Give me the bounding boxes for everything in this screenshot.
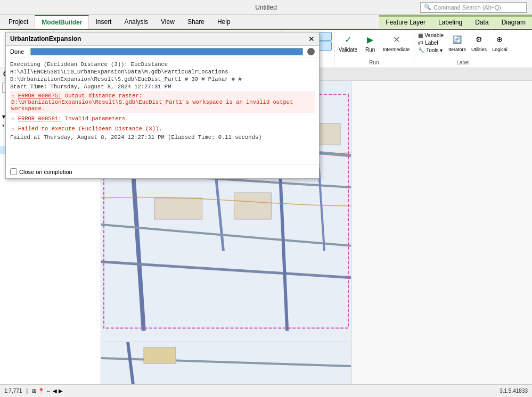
main-area: Contents 📌 ☰ ✕ 🔍 ▾ ≡ ⊞ ⊟ 🗺 ··· ▾ Drawing… [0, 68, 532, 384]
tab-insert[interactable]: Insert [89, 15, 118, 29]
log-line-4: ⚠ ERROR 000075: Output distance raster: … [101, 91, 315, 113]
location-icon: 📍 [38, 388, 44, 394]
log-line-6: ⚠ Failed to execute (Euclidean Distance … [101, 124, 315, 133]
ribbon-group-run: ✓ Validate ▶ Run ✕ Intermediate Run [334, 31, 414, 67]
tools-label: Tools ▾ [426, 47, 443, 53]
variable-button[interactable]: ▦ Variable [416, 32, 445, 39]
status-map-controls: ⊞ 📍 ↔ ◀ ▶ [32, 388, 63, 394]
tab-view[interactable]: View [154, 15, 181, 29]
utilities-icon: ⚙ [473, 33, 486, 46]
popup-footer: Close on completion [101, 164, 319, 178]
logical-icon: ⊕ [493, 33, 506, 46]
popup-log: Executing (Euclidean Distance (3)): EucD… [101, 68, 319, 164]
ribbon-group-insert: ▦ Variable 🏷 Label 🔧 Tools ▾ 🔄 Iterators… [414, 31, 512, 67]
tab-diagram[interactable]: Diagram [495, 15, 532, 28]
tab-project[interactable]: Project [2, 15, 35, 29]
tab-analysis[interactable]: Analysis [118, 15, 154, 29]
map-strip-svg [101, 342, 351, 384]
command-search[interactable]: 🔍 Command Search (Alt+Q) [420, 2, 527, 13]
tab-share[interactable]: Share [181, 15, 211, 29]
tab-modelbuilder[interactable]: ModelBuilder [35, 15, 89, 29]
tab-data[interactable]: Data [469, 15, 495, 28]
status-bar: 1:7,771 | ⊞ 📍 ↔ ◀ ▶ 3.1.5.41833 [0, 384, 532, 397]
run-icon: ▶ [364, 33, 377, 46]
label-button[interactable]: 🏷 Label [416, 39, 445, 46]
log-line-2: D:\UrbanizationExpansion\Result\S.gdb\Eu… [101, 76, 315, 82]
intermediate-button[interactable]: ✕ Intermediate [381, 32, 412, 53]
map-bottom-strip [101, 342, 351, 384]
iterators-icon: 🔄 [451, 33, 464, 46]
app-title: Untitled [255, 4, 277, 11]
canvas-area: 🗺 Map ⚙ UrbanizationExpansion ✕ [101, 68, 532, 384]
validate-icon: ✓ [341, 33, 354, 46]
tab-labeling[interactable]: Labeling [432, 15, 469, 28]
log-line-1: H:\All\ENCE5381\L10_UrbanExpansion\Data\… [101, 69, 315, 75]
insert-options-group: ▦ Variable 🏷 Label 🔧 Tools ▾ [416, 32, 445, 54]
status-version: 3.1.5.41833 [500, 388, 528, 394]
contextual-tab-group: Feature Layer Labeling Data Diagram [379, 15, 532, 28]
workflow-popup: UrbanizationExpansion ✕ Done Executing (… [101, 68, 320, 179]
log-line-5: ⚠ ERROR 000581: Invalid parameters. [101, 114, 315, 123]
svg-rect-18 [144, 348, 176, 363]
log-line-3: Start Time: Thursday, August 8, 2024 12:… [101, 84, 315, 90]
svg-rect-12 [234, 193, 271, 219]
tab-help[interactable]: Help [211, 15, 237, 29]
diagram-connections-svg [351, 81, 532, 384]
tools-button[interactable]: 🔧 Tools ▾ [416, 47, 445, 54]
tab-feature-layer[interactable]: Feature Layer [379, 15, 432, 28]
iterators-button[interactable]: 🔄 Iterators [446, 32, 468, 53]
nav-icon: ↔ [46, 388, 51, 394]
svg-rect-11 [154, 198, 202, 219]
diagram-view: Slope Slope_Cont Reclassify (3) Slope_Re… [351, 81, 532, 384]
title-bar: Untitled 🔍 Command Search (Alt+Q) [0, 0, 532, 15]
run-buttons: ✓ Validate ▶ Run ✕ Intermediate [337, 32, 412, 59]
insert-label: Label [416, 59, 510, 65]
run-label: Run [337, 59, 412, 65]
status-scale: 1:7,771 [4, 388, 22, 394]
nav-forward[interactable]: ▶ [59, 388, 63, 394]
utilities-button[interactable]: ⚙ Utilities [469, 32, 489, 53]
insert-buttons: ▦ Variable 🏷 Label 🔧 Tools ▾ 🔄 Iterators… [416, 32, 510, 59]
grid-icon: ⊞ [32, 388, 36, 394]
search-placeholder: Command Search (Alt+Q) [433, 4, 501, 11]
svg-rect-15 [101, 342, 351, 384]
status-separator: | [26, 388, 28, 394]
label-btn-label: Label [425, 40, 438, 46]
ribbon-tab-bar: Project ModelBuilder Insert Analysis Vie… [0, 15, 532, 30]
validate-button[interactable]: ✓ Validate [337, 32, 359, 54]
nav-back[interactable]: ◀ [53, 388, 57, 394]
log-line-7: Failed at Thursday, August 8, 2024 12:27… [101, 134, 315, 140]
intermediate-icon: ✕ [390, 33, 403, 46]
logical-button[interactable]: ⊕ Logical [490, 32, 510, 53]
run-button[interactable]: ▶ Run [361, 32, 380, 54]
